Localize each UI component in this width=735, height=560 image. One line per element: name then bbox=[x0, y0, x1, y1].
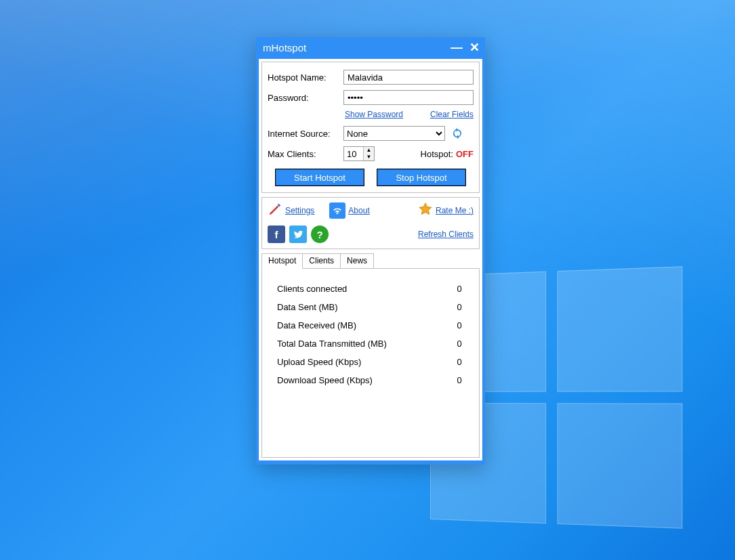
stat-row: Data Received (MB) 0 bbox=[277, 320, 469, 330]
tab-news[interactable]: News bbox=[340, 253, 374, 268]
stat-label: Data Sent (MB) bbox=[277, 302, 449, 312]
minimize-button[interactable]: — bbox=[450, 41, 463, 53]
settings-icon bbox=[268, 202, 282, 219]
password-input[interactable] bbox=[343, 90, 474, 105]
tab-hotspot[interactable]: Hotspot bbox=[261, 253, 303, 269]
password-label: Password: bbox=[268, 93, 343, 103]
spinner-down[interactable]: ▼ bbox=[364, 154, 374, 160]
hotspot-status-value: OFF bbox=[456, 149, 474, 159]
stat-row: Total Data Transmitted (MB) 0 bbox=[277, 339, 469, 349]
max-clients-input[interactable] bbox=[344, 147, 363, 160]
close-button[interactable]: ✕ bbox=[469, 41, 480, 53]
stat-value: 0 bbox=[449, 375, 469, 385]
max-clients-label: Max Clients: bbox=[268, 149, 343, 159]
titlebar[interactable]: mHotspot — ✕ bbox=[256, 37, 485, 58]
stat-label: Total Data Transmitted (MB) bbox=[277, 339, 449, 349]
facebook-icon[interactable]: f bbox=[268, 225, 285, 243]
max-clients-spinner[interactable]: ▲ ▼ bbox=[343, 146, 375, 161]
internet-source-label: Internet Source: bbox=[268, 129, 343, 139]
window-title: mHotspot bbox=[263, 42, 450, 53]
hotspot-name-input[interactable] bbox=[343, 70, 474, 85]
stat-label: Data Received (MB) bbox=[277, 320, 449, 330]
tab-clients[interactable]: Clients bbox=[302, 253, 341, 268]
spinner-up[interactable]: ▲ bbox=[364, 147, 374, 154]
about-link[interactable]: About bbox=[348, 206, 369, 215]
stat-label: Clients connected bbox=[277, 284, 449, 294]
tabs-section: Hotspot Clients News Clients connected 0… bbox=[261, 253, 480, 458]
stat-label: Upload Speed (Kbps) bbox=[277, 357, 449, 367]
twitter-icon[interactable] bbox=[289, 225, 307, 243]
hotspot-status-label: Hotspot: bbox=[421, 149, 453, 159]
settings-link[interactable]: Settings bbox=[285, 206, 314, 215]
internet-source-select[interactable]: None bbox=[343, 126, 445, 141]
utilities-panel: Settings About Rate Me :) f bbox=[261, 197, 480, 249]
stat-value: 0 bbox=[449, 339, 469, 349]
tab-hotspot-content: Clients connected 0 Data Sent (MB) 0 Dat… bbox=[261, 268, 480, 458]
stat-label: Download Speed (Kbps) bbox=[277, 375, 449, 385]
config-panel: Hotspot Name: Password: Show Password Cl… bbox=[261, 62, 480, 193]
stat-row: Clients connected 0 bbox=[277, 284, 469, 294]
stat-value: 0 bbox=[449, 357, 469, 367]
wifi-icon bbox=[329, 202, 345, 219]
stat-row: Upload Speed (Kbps) 0 bbox=[277, 357, 469, 367]
stat-value: 0 bbox=[449, 302, 469, 312]
start-hotspot-button[interactable]: Start Hotspot bbox=[276, 169, 364, 186]
help-icon[interactable]: ? bbox=[311, 225, 329, 243]
refresh-source-icon[interactable] bbox=[450, 127, 464, 140]
hotspot-name-label: Hotspot Name: bbox=[268, 72, 343, 83]
stat-value: 0 bbox=[449, 284, 469, 294]
stat-value: 0 bbox=[449, 320, 469, 330]
star-icon bbox=[418, 202, 433, 219]
stat-row: Data Sent (MB) 0 bbox=[277, 302, 469, 312]
app-window: mHotspot — ✕ Hotspot Name: Password: Sho… bbox=[256, 37, 485, 465]
stat-row: Download Speed (Kbps) 0 bbox=[277, 375, 469, 385]
clear-fields-link[interactable]: Clear Fields bbox=[430, 110, 474, 119]
rate-me-link[interactable]: Rate Me :) bbox=[436, 206, 474, 215]
stop-hotspot-button[interactable]: Stop Hotspot bbox=[377, 169, 465, 186]
show-password-link[interactable]: Show Password bbox=[345, 110, 403, 119]
refresh-clients-link[interactable]: Refresh Clients bbox=[418, 230, 474, 239]
